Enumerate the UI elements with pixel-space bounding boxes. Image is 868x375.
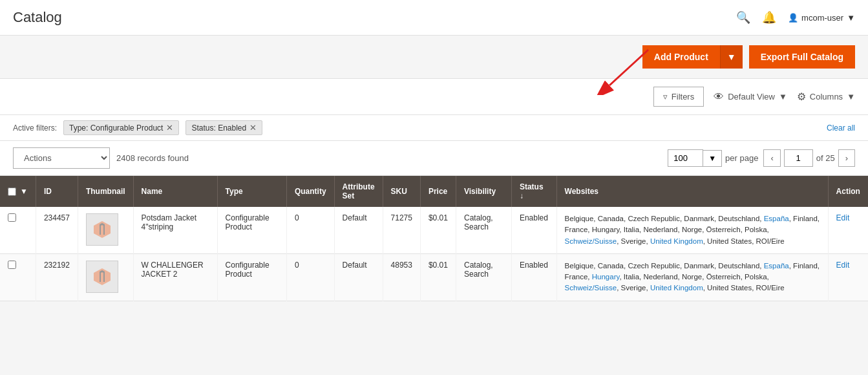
td-action-1: Edit: [828, 207, 868, 253]
select-all-checkbox[interactable]: [8, 188, 16, 196]
filter-tag-type: Type: Configurable Product ✕: [63, 120, 179, 135]
td-type-1: Configurable Product: [217, 207, 286, 253]
edit-link-2[interactable]: Edit: [836, 261, 850, 270]
actions-select[interactable]: Actions: [13, 147, 110, 169]
magento-logo-2: [92, 267, 112, 286]
filter-icon: ▿: [663, 92, 668, 102]
per-page-dropdown-button[interactable]: ▼: [703, 150, 722, 167]
next-page-button[interactable]: ›: [838, 149, 855, 167]
user-name: mcom-user: [801, 13, 843, 23]
columns-button[interactable]: ⚙ Columns ▼: [797, 91, 855, 103]
header-icons: 🔍 🔔 👤 mcom-user ▼: [736, 10, 855, 25]
td-price-2: $0.01: [420, 253, 456, 301]
filter-tag-status-close[interactable]: ✕: [249, 123, 257, 133]
td-websites-2: Belgique, Canada, Czech Republic, Danmar…: [556, 253, 828, 301]
add-product-dropdown-button[interactable]: ▼: [720, 45, 743, 69]
th-sku[interactable]: SKU: [383, 176, 420, 207]
td-thumbnail-2: [78, 253, 133, 301]
th-quantity[interactable]: Quantity: [286, 176, 334, 207]
td-name-1: Potsdam Jacket 4"striping: [133, 207, 217, 253]
filters-bar: ▿ Filters 👁 Default View ▼ ⚙ Columns ▼: [0, 79, 868, 115]
view-dropdown-icon: ▼: [779, 92, 787, 102]
th-type[interactable]: Type: [217, 176, 286, 207]
add-product-group: Add Product ▼: [642, 45, 743, 69]
filter-tag-type-close[interactable]: ✕: [166, 123, 173, 133]
td-checkbox-2: [0, 253, 36, 301]
filter-tag-status-text: Status: Enabled: [191, 123, 246, 133]
td-thumbnail-1: [78, 207, 133, 253]
th-id[interactable]: ID: [36, 176, 78, 207]
actions-select-group: Actions: [13, 147, 110, 169]
table-row: 232192 W CHALLENGER JACKET 2 Configurabl…: [0, 253, 868, 301]
view-label: Default View: [728, 92, 775, 102]
per-page-group: 100 ▼ per page: [668, 149, 758, 167]
td-sku-2: 48953: [383, 253, 420, 301]
th-visibility[interactable]: Visibility: [456, 176, 511, 207]
th-attribute-set[interactable]: AttributeSet: [334, 176, 383, 207]
add-product-button[interactable]: Add Product: [642, 45, 720, 69]
columns-label: Columns: [810, 92, 843, 102]
td-visibility-1: Catalog, Search: [456, 207, 511, 253]
td-quantity-1: 0: [286, 207, 334, 253]
page-navigation: ‹ 1 of 25 ›: [763, 149, 855, 167]
td-type-2: Configurable Product: [217, 253, 286, 301]
td-attribute-set-1: Default: [334, 207, 383, 253]
filter-tag-type-text: Type: Configurable Product: [69, 123, 163, 133]
td-visibility-2: Catalog, Search: [456, 253, 511, 301]
per-page-label: per page: [725, 153, 758, 163]
td-quantity-2: 0: [286, 253, 334, 301]
th-action: Action: [828, 176, 868, 207]
td-status-1: Enabled: [511, 207, 556, 253]
table-header-row: ▼ ID Thumbnail Name Type Quantity Attrib…: [0, 176, 868, 207]
th-name[interactable]: Name: [133, 176, 217, 207]
bell-icon[interactable]: 🔔: [762, 10, 776, 25]
export-catalog-button[interactable]: Export Full Catalog: [749, 45, 855, 69]
eye-icon: 👁: [714, 91, 724, 103]
th-thumbnail: Thumbnail: [78, 176, 133, 207]
columns-dropdown-icon: ▼: [847, 92, 855, 102]
clear-all-button[interactable]: Clear all: [827, 123, 855, 133]
user-icon: 👤: [788, 13, 798, 23]
records-count: 2408 records found: [116, 153, 189, 163]
th-checkbox-arrow[interactable]: ▼: [20, 187, 28, 196]
active-filters-bar: Active filters: Type: Configurable Produ…: [0, 115, 868, 141]
th-price[interactable]: Price: [420, 176, 456, 207]
row-checkbox-1[interactable]: [8, 213, 16, 222]
edit-link-1[interactable]: Edit: [836, 213, 850, 222]
active-filters-label: Active filters:: [13, 123, 57, 133]
grid-controls: Actions 2408 records found 100 ▼ per pag…: [0, 141, 868, 176]
td-sku-1: 71275: [383, 207, 420, 253]
td-checkbox-1: [0, 207, 36, 253]
total-pages-label: of 25: [816, 153, 835, 163]
pagination-controls: 100 ▼ per page ‹ 1 of 25 ›: [668, 149, 855, 167]
filters-button[interactable]: ▿ Filters: [653, 87, 704, 107]
toolbar: Add Product ▼ Export Full Catalog: [0, 36, 868, 79]
view-selector[interactable]: 👁 Default View ▼: [714, 91, 787, 103]
products-table: ▼ ID Thumbnail Name Type Quantity Attrib…: [0, 176, 868, 301]
top-header: Catalog 🔍 🔔 👤 mcom-user ▼: [0, 0, 868, 36]
row-checkbox-2[interactable]: [8, 261, 16, 269]
prev-page-button[interactable]: ‹: [763, 149, 780, 167]
thumbnail-image-1: [86, 213, 118, 246]
user-menu[interactable]: 👤 mcom-user ▼: [788, 13, 855, 23]
td-price-1: $0.01: [420, 207, 456, 253]
content-area: ▿ Filters 👁 Default View ▼ ⚙ Columns ▼ A…: [0, 79, 868, 301]
per-page-input[interactable]: 100: [668, 149, 703, 167]
filter-tag-status: Status: Enabled ✕: [185, 120, 262, 135]
td-websites-1: Belgique, Canada, Czech Republic, Danmar…: [556, 207, 828, 253]
user-dropdown-icon: ▼: [847, 13, 855, 23]
td-attribute-set-2: Default: [334, 253, 383, 301]
th-checkbox: ▼: [0, 176, 36, 207]
magento-logo-1: [92, 220, 112, 239]
thumbnail-image-2: [86, 261, 118, 293]
filters-label: Filters: [672, 92, 694, 102]
th-status[interactable]: Status ↓: [511, 176, 556, 207]
td-name-2: W CHALLENGER JACKET 2: [133, 253, 217, 301]
table-row: 234457 Potsdam Jacket 4"striping Configu…: [0, 207, 868, 253]
search-icon[interactable]: 🔍: [736, 10, 750, 25]
td-id-1: 234457: [36, 207, 78, 253]
current-page-input[interactable]: 1: [784, 149, 813, 167]
th-websites[interactable]: Websites: [556, 176, 828, 207]
td-id-2: 232192: [36, 253, 78, 301]
columns-icon: ⚙: [797, 91, 806, 103]
